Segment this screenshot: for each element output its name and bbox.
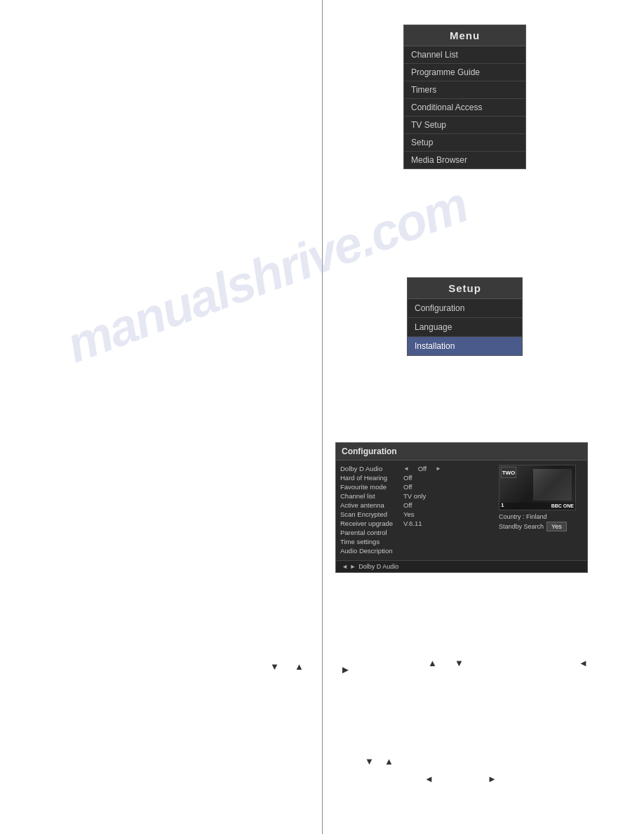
menu-item-channel-list[interactable]: Channel List — [404, 46, 525, 64]
menu-title: Menu — [404, 25, 525, 46]
favourite-value: Off — [403, 483, 430, 491]
nav-arrow-left1: ◄ — [579, 656, 588, 669]
channel-list-label: Channel list — [340, 492, 403, 500]
config-footer: ◄ ► Dolby D Audio — [336, 560, 587, 572]
vertical-divider — [322, 0, 323, 834]
nav-arrow-down2: ▼ — [455, 656, 464, 669]
bbc-label: BBC ONE — [551, 503, 574, 508]
config-row-channel-list: Channel list TV only — [340, 492, 492, 500]
nav-arrow-left2: ◄ — [424, 772, 434, 785]
standby-label: Standby Search — [499, 523, 544, 530]
setup-item-configuration[interactable]: Configuration — [408, 299, 522, 318]
nav-arrow-down3: ▼ — [365, 755, 374, 767]
setup-title: Setup — [408, 278, 522, 299]
channel-list-value: TV only — [403, 492, 430, 500]
standby-value: Yes — [546, 522, 567, 531]
parental-control-item[interactable]: Parental control — [340, 529, 492, 536]
scan-encrypted-label: Scan Encrypted — [340, 510, 403, 518]
config-row-scan-encrypted: Scan Encrypted Yes — [340, 510, 492, 518]
favourite-label: Favourite mode — [340, 483, 403, 491]
dolby-value: Off — [409, 465, 436, 472]
active-antenna-value: Off — [403, 501, 430, 509]
dolby-label: Dolby D Audio — [340, 465, 403, 472]
menu-item-timers[interactable]: Timers — [404, 81, 525, 99]
dolby-right-arrow[interactable]: ► — [436, 465, 441, 472]
channel-badge-text: TWO — [502, 470, 516, 476]
scan-encrypted-value: Yes — [403, 510, 430, 518]
hard-of-hearing-label: Hard of Hearing — [340, 474, 403, 482]
menu-item-programme-guide[interactable]: Programme Guide — [404, 64, 525, 81]
receiver-upgrade-value: V.6.11 — [403, 519, 430, 527]
footer-label: Dolby D Audio — [358, 563, 398, 570]
config-row-receiver-upgrade: Receiver upgrade V.6.11 — [340, 519, 492, 527]
menu-panel: Menu Channel List Programme Guide Timers… — [403, 25, 526, 169]
configuration-panel: Configuration Dolby D Audio ◄ Off ► Hard… — [335, 442, 588, 573]
nav-arrow-down1: ▼ — [270, 660, 279, 673]
nav-arrow-right1: ► — [340, 663, 351, 676]
active-antenna-label: Active antenna — [340, 501, 403, 509]
nav-arrow-up1: ▲ — [295, 660, 304, 673]
menu-item-conditional-access[interactable]: Conditional Access — [404, 99, 525, 117]
hard-of-hearing-value: Off — [403, 474, 430, 482]
time-settings-item[interactable]: Time settings — [340, 538, 492, 545]
country-row: Country : Finland — [499, 513, 547, 520]
audio-description-item[interactable]: Audio Description — [340, 547, 492, 555]
dolby-left-arrow[interactable]: ◄ — [403, 465, 409, 472]
menu-item-tv-setup[interactable]: TV Setup — [404, 117, 525, 134]
footer-arrows: ◄ ► — [342, 563, 356, 570]
setup-item-installation[interactable]: Installation — [408, 337, 522, 355]
config-title: Configuration — [336, 443, 587, 461]
config-preview: TWO 1 BBC ONE — [499, 465, 576, 510]
nav-arrow-right2: ► — [488, 772, 497, 785]
channel-badge: TWO — [501, 467, 516, 478]
country-label: Country : Finland — [499, 513, 547, 520]
menu-item-setup[interactable]: Setup — [404, 134, 525, 152]
config-left-column: Dolby D Audio ◄ Off ► Hard of Hearing Of… — [336, 463, 496, 557]
nav-arrow-up2: ▲ — [428, 656, 437, 669]
config-row-active-antenna: Active antenna Off — [340, 501, 492, 509]
config-row-hard-of-hearing: Hard of Hearing Off — [340, 474, 492, 482]
config-body: Dolby D Audio ◄ Off ► Hard of Hearing Of… — [336, 461, 587, 560]
setup-item-language[interactable]: Language — [408, 318, 522, 337]
config-right-column: TWO 1 BBC ONE Country : Finland Standby … — [496, 463, 587, 557]
receiver-upgrade-label: Receiver upgrade — [340, 519, 403, 527]
nav-arrow-up3: ▲ — [384, 755, 394, 767]
config-row-favourite: Favourite mode Off — [340, 483, 492, 491]
config-row-dolby: Dolby D Audio ◄ Off ► — [340, 465, 492, 472]
setup-panel: Setup Configuration Language Installatio… — [407, 277, 523, 356]
channel-number: 1 — [501, 502, 504, 508]
standby-row: Standby Search Yes — [499, 522, 567, 531]
menu-item-media-browser[interactable]: Media Browser — [404, 152, 525, 168]
